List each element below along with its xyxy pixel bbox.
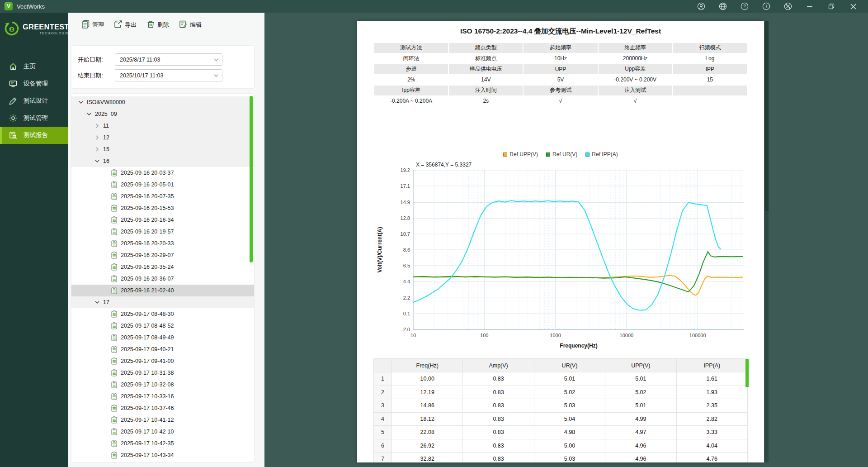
column-header: IPP(A): [676, 359, 747, 372]
cell-ipp: 2.82: [676, 412, 747, 426]
tree-node[interactable]: 2025-09-16 20-36-07: [71, 273, 254, 285]
legend-item[interactable]: Ref IPP(A): [585, 151, 618, 157]
report-doc-icon: [111, 334, 118, 341]
chevron-down-icon: [214, 58, 218, 61]
tree-expander-icon[interactable]: [96, 146, 99, 152]
tree-node[interactable]: 2025-09-17 10-42-10: [71, 426, 254, 438]
tree-node[interactable]: 2025-09-16 20-05-01: [71, 179, 254, 191]
sidebar: G GREENTEST® TECHNOLOGIES 主页: [0, 13, 68, 467]
legend-item[interactable]: Ref UPP(V): [503, 151, 538, 157]
tree-node[interactable]: 2025-09-17 10-33-16: [71, 391, 254, 402]
tree-node[interactable]: 17: [71, 296, 254, 308]
report-doc-icon: [111, 369, 118, 376]
tree-node[interactable]: 2025-09-17 10-43-34: [71, 449, 254, 461]
tree-expander-icon[interactable]: [94, 301, 100, 304]
tree-node[interactable]: 2025-09-16 20-15-53: [71, 202, 254, 214]
manage-button[interactable]: 管理: [81, 20, 104, 30]
report-doc-icon: [111, 205, 118, 212]
svg-text:G: G: [9, 25, 14, 33]
svg-text:10.7: 10.7: [401, 231, 410, 237]
tree-node[interactable]: 2025-09-16 21-02-40: [71, 285, 254, 296]
tree-node-label: 2025_09: [95, 111, 117, 117]
row-index: 6: [374, 439, 392, 453]
tree-node[interactable]: 12: [71, 132, 254, 143]
tree-node-label: 2025-09-17 10-32-08: [121, 381, 174, 388]
param-cell: 200000Hz: [598, 53, 673, 64]
account-icon[interactable]: [693, 0, 709, 13]
tree-node[interactable]: 2025-09-16 20-16-34: [71, 214, 254, 226]
end-date-input[interactable]: 2025/10/17 11:03: [115, 69, 222, 81]
tree-node[interactable]: 2025-09-17 08-48-52: [71, 320, 254, 332]
network-lan-icon[interactable]: [715, 0, 731, 13]
sidebar-item-test-report[interactable]: 测试报告: [0, 127, 68, 144]
start-date-input[interactable]: 2025/8/17 11:03: [115, 53, 222, 66]
tree-node[interactable]: 2025-09-17 08-49-49: [71, 332, 254, 343]
help-icon[interactable]: ?: [737, 0, 752, 13]
tree-node-label: 12: [103, 134, 109, 141]
tree-node[interactable]: 16: [71, 155, 254, 167]
export-button[interactable]: 导出: [114, 20, 137, 30]
tree-expander-icon[interactable]: [96, 134, 99, 141]
tree-node[interactable]: 2025-09-16 20-29-07: [71, 249, 254, 261]
cell-ur: 5.02: [534, 386, 605, 399]
tree-node[interactable]: 2025_09: [71, 108, 254, 120]
tree-node[interactable]: 2025-09-17 09-41-00: [71, 355, 254, 367]
maximize-button[interactable]: [824, 0, 839, 13]
legend-item[interactable]: Ref UR(V): [546, 151, 577, 157]
tree-node[interactable]: [71, 461, 254, 462]
data-table-header-row: Freq(Hz) Amp(V) UR(V) UPP(V) IPP(A): [374, 359, 748, 372]
sidebar-item-test-design[interactable]: 测试设计: [0, 92, 68, 110]
tree-node[interactable]: 2025-09-17 09-40-21: [71, 343, 254, 355]
tree-node[interactable]: 11: [71, 120, 254, 132]
tree-node[interactable]: 2025-09-17 10-37-46: [71, 402, 254, 414]
legend-swatch-icon: [503, 152, 507, 157]
tools-icon[interactable]: [780, 0, 796, 13]
edit-button[interactable]: 编辑: [179, 20, 202, 30]
tree-node-label: 2025-09-17 09-41-00: [121, 358, 174, 364]
tree-node[interactable]: 2025-09-16 20-19-57: [71, 226, 254, 238]
tree-node[interactable]: 2025-09-16 20-07-35: [71, 191, 254, 202]
cell-freq: 18.12: [392, 412, 463, 426]
page-scrollbar-thumb[interactable]: [765, 21, 769, 211]
tree-node[interactable]: 2025-09-17 08-48-30: [71, 308, 254, 320]
tree-node[interactable]: 2025-09-17 10-32-08: [71, 379, 254, 391]
column-header: Freq(Hz): [392, 359, 463, 372]
legend-label: Ref UPP(V): [509, 151, 538, 157]
cell-upp: 5.01: [605, 399, 676, 413]
report-doc-icon: [111, 287, 118, 294]
sidebar-item-test-management[interactable]: 测试管理: [0, 110, 68, 127]
data-table-scrollbar-thumb[interactable]: [745, 359, 749, 387]
tree-node[interactable]: 2025-09-16 20-35-24: [71, 261, 254, 273]
tree-node[interactable]: 15: [71, 143, 254, 155]
info-icon[interactable]: i: [759, 0, 774, 13]
tree-node-label: 2025-09-16 20-15-53: [121, 205, 174, 211]
sidebar-item-label: 主页: [24, 62, 36, 71]
chevron-down-icon: [214, 74, 218, 77]
close-button[interactable]: [845, 0, 861, 13]
report-doc-icon: [111, 357, 118, 365]
tree-expander-icon[interactable]: [78, 101, 84, 104]
cell-amp: 0.83: [463, 386, 534, 399]
tree-expander-icon[interactable]: [96, 123, 99, 129]
param-cell: 终止频率: [598, 43, 673, 53]
tree-expander-icon[interactable]: [86, 113, 92, 115]
tree-node[interactable]: 2025-09-17 10-31-38: [71, 367, 254, 379]
tree-expander-icon[interactable]: [94, 160, 100, 162]
tree-node[interactable]: 2025-09-16 20-20-33: [71, 238, 254, 249]
tree-node[interactable]: 2025-09-17 10-42-35: [71, 438, 254, 449]
tree-node-label: 2025-09-17 10-33-16: [121, 393, 174, 400]
delete-button[interactable]: 删除: [146, 20, 169, 30]
tree-node[interactable]: 2025-09-16 20-03-37: [71, 167, 254, 179]
sidebar-item-home[interactable]: 主页: [0, 58, 68, 75]
minimize-button[interactable]: [802, 0, 817, 13]
param-row: 闭环法 标准频点 10Hz 200000Hz Log: [374, 53, 747, 64]
tree-node[interactable]: ISO&VW80000: [71, 96, 254, 108]
page-scrollbar[interactable]: [765, 21, 769, 462]
tree-node[interactable]: 2025-09-17 10-41-12: [71, 414, 254, 426]
cell-amp: 0.83: [463, 453, 534, 463]
param-cell: 步进: [374, 64, 448, 75]
pencil-ruler-icon: [9, 97, 17, 105]
tree-scrollbar-thumb[interactable]: [250, 96, 253, 262]
sidebar-item-device-management[interactable]: 设备管理: [0, 75, 68, 92]
row-index: 7: [374, 453, 392, 463]
